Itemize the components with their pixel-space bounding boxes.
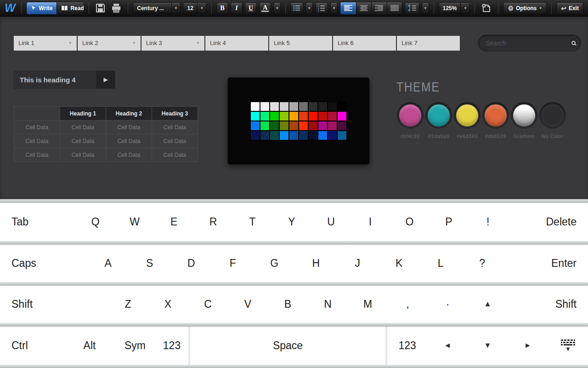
palette-swatch[interactable]	[260, 102, 270, 111]
palette-swatch[interactable]	[279, 111, 289, 121]
key-j[interactable]: J	[337, 257, 379, 270]
theme-swatch[interactable]: #bf4c92	[396, 102, 424, 139]
palette-swatch[interactable]	[328, 121, 337, 131]
key-enter[interactable]: Enter	[503, 257, 577, 270]
key-123-right[interactable]: 123	[387, 339, 427, 352]
align-left-button[interactable]	[340, 2, 356, 14]
palette-swatch[interactable]	[260, 111, 270, 121]
palette-swatch[interactable]	[337, 131, 347, 140]
font-color-caret[interactable]: ▼	[273, 2, 281, 14]
key-c[interactable]: C	[188, 298, 228, 310]
palette-swatch[interactable]	[250, 102, 260, 111]
new-page-button[interactable]	[480, 2, 493, 14]
palette-swatch[interactable]	[270, 102, 279, 111]
palette-swatch[interactable]	[260, 131, 270, 140]
key-delete[interactable]: Delete	[508, 216, 577, 228]
palette-swatch[interactable]	[308, 121, 318, 131]
key-alt[interactable]: Alt	[64, 339, 115, 352]
palette-swatch[interactable]	[299, 121, 308, 131]
palette-swatch[interactable]	[337, 111, 347, 121]
palette-swatch[interactable]	[337, 121, 347, 131]
key-sym[interactable]: Sym	[115, 339, 155, 352]
key-k[interactable]: K	[379, 257, 420, 270]
palette-swatch[interactable]	[270, 131, 279, 140]
font-size-dropdown[interactable]: 12 ▼	[183, 2, 206, 14]
save-button[interactable]	[94, 2, 107, 14]
theme-swatch-no-color[interactable]: No Color	[539, 102, 566, 139]
underline-button[interactable]: U	[245, 2, 257, 14]
options-button[interactable]: ⚙ Options ▼	[503, 2, 547, 14]
bullet-list-caret[interactable]: ▼	[305, 2, 313, 14]
palette-swatch[interactable]	[308, 131, 318, 140]
key-comma[interactable]: ,	[388, 298, 428, 310]
palette-swatch[interactable]	[279, 131, 289, 140]
key-arrow-up[interactable]: ▲	[468, 299, 508, 309]
search-input[interactable]	[486, 40, 569, 47]
link-dropdown-1[interactable]: Link 1 ▼	[14, 36, 78, 51]
key-m[interactable]: M	[348, 298, 388, 310]
key-a[interactable]: A	[87, 257, 129, 270]
key-ctrl[interactable]: Ctrl	[0, 339, 64, 352]
key-shift-left[interactable]: Shift	[11, 298, 108, 310]
key-s[interactable]: S	[129, 257, 171, 270]
key-shift-right[interactable]: Shift	[508, 298, 577, 310]
theme-swatch[interactable]: #db6539	[482, 102, 509, 139]
key-arrow-left[interactable]: ◄	[427, 341, 467, 350]
numbered-list-button[interactable]: 123	[315, 2, 328, 14]
palette-swatch[interactable]	[289, 111, 299, 121]
link-4[interactable]: Link 4	[205, 36, 269, 51]
read-button[interactable]: Read	[57, 2, 84, 14]
key-question[interactable]: ?	[462, 257, 503, 270]
line-spacing-caret[interactable]: ▼	[422, 2, 429, 14]
palette-swatch[interactable]	[250, 111, 260, 121]
key-caps[interactable]: Caps	[11, 257, 87, 270]
palette-swatch[interactable]	[299, 102, 308, 111]
palette-swatch[interactable]	[328, 131, 337, 140]
numbered-list-caret[interactable]: ▼	[330, 2, 338, 14]
key-p[interactable]: P	[429, 216, 468, 228]
palette-swatch[interactable]	[318, 121, 328, 131]
palette-swatch[interactable]	[250, 121, 260, 131]
key-d[interactable]: D	[170, 257, 212, 270]
key-arrow-down[interactable]: ▼	[468, 341, 508, 350]
print-button[interactable]	[109, 2, 123, 14]
palette-swatch[interactable]	[270, 111, 279, 121]
heading-expand-button[interactable]: ▶	[96, 71, 115, 88]
palette-swatch[interactable]	[260, 121, 270, 131]
palette-swatch[interactable]	[337, 102, 347, 111]
palette-swatch[interactable]	[299, 111, 308, 121]
line-spacing-button[interactable]	[405, 2, 419, 14]
key-u[interactable]: U	[311, 216, 351, 228]
key-v[interactable]: V	[228, 298, 268, 310]
link-dropdown-3[interactable]: Link 3 ▼	[141, 36, 205, 51]
key-hide-keyboard[interactable]: ▼	[548, 339, 588, 351]
link-7[interactable]: Link 7	[397, 36, 461, 51]
palette-swatch[interactable]	[318, 102, 328, 111]
palette-swatch[interactable]	[289, 121, 299, 131]
palette-swatch[interactable]	[289, 131, 299, 140]
key-h[interactable]: H	[295, 257, 337, 270]
key-y[interactable]: Y	[272, 216, 311, 228]
theme-swatch[interactable]: #e6d343	[453, 102, 481, 139]
palette-swatch[interactable]	[328, 111, 337, 121]
search-button[interactable]	[569, 37, 578, 49]
key-n[interactable]: N	[308, 298, 348, 310]
palette-swatch[interactable]	[279, 102, 289, 111]
key-arrow-right[interactable]: ►	[508, 341, 548, 350]
palette-swatch[interactable]	[299, 131, 308, 140]
key-x[interactable]: X	[148, 298, 188, 310]
theme-swatch[interactable]: #1da5a9	[425, 102, 452, 139]
bold-button[interactable]: B	[216, 2, 228, 14]
link-dropdown-2[interactable]: Link 2 ▼	[78, 36, 141, 51]
key-w[interactable]: W	[115, 216, 154, 228]
font-family-dropdown[interactable]: Century ... ▼	[133, 2, 181, 14]
palette-swatch[interactable]	[318, 111, 328, 121]
key-e[interactable]: E	[154, 216, 193, 228]
key-t[interactable]: T	[233, 216, 272, 228]
key-tab[interactable]: Tab	[11, 216, 76, 228]
key-q[interactable]: Q	[76, 216, 115, 228]
theme-swatch-gradient[interactable]: Gradient	[510, 102, 538, 139]
bullet-list-button[interactable]	[290, 2, 303, 14]
key-o[interactable]: O	[390, 216, 429, 228]
key-space[interactable]: Space	[190, 339, 385, 352]
